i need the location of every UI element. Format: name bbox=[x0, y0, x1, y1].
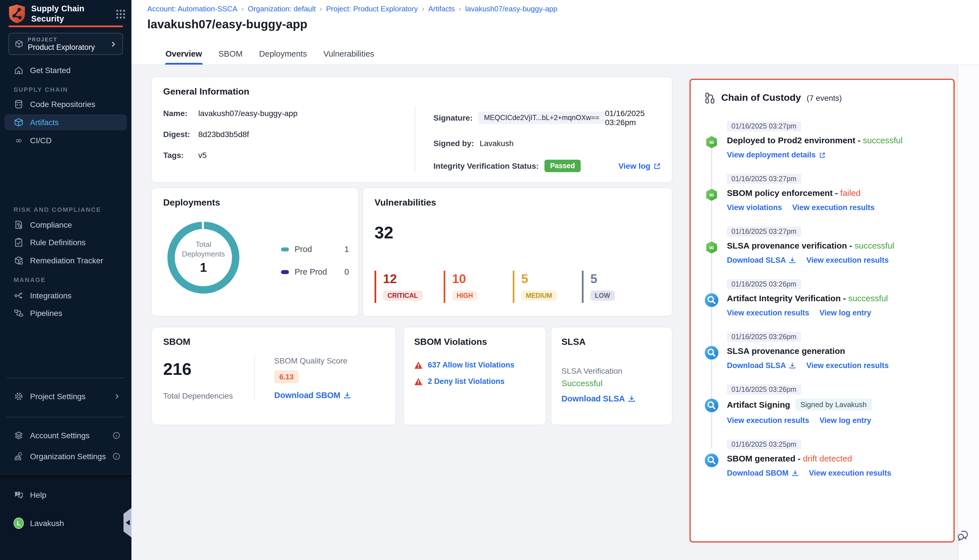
prod-swatch bbox=[281, 247, 289, 251]
app-grid-icon[interactable] bbox=[115, 9, 126, 19]
view-deployment-details-link[interactable]: View deployment details bbox=[727, 151, 825, 159]
sidebar-item-label: Integrations bbox=[30, 291, 72, 300]
tags-value: v5 bbox=[198, 151, 207, 160]
sidebar-item-account-settings[interactable]: Account Settings bbox=[5, 428, 127, 443]
sidebar-item-help[interactable]: ? Help bbox=[5, 487, 127, 503]
tab-bar: Overview SBOM Deployments Vulnerabilitie… bbox=[165, 49, 375, 65]
download-icon bbox=[792, 469, 799, 477]
event-title: SBOM policy enforcement bbox=[727, 188, 832, 198]
card-title: SLSA bbox=[561, 337, 662, 347]
sidebar-item-compliance[interactable]: Compliance bbox=[5, 217, 127, 233]
info-icon bbox=[113, 453, 120, 460]
sidebar-item-integrations[interactable]: Integrations bbox=[5, 288, 127, 303]
section-label-risk: RISK AND COMPLIANCE bbox=[13, 206, 101, 213]
download-icon bbox=[628, 395, 636, 403]
allow-list-violations-link[interactable]: 637 Allow list Violations bbox=[428, 361, 515, 369]
breadcrumb-account[interactable]: Account: Automation-SSCA bbox=[147, 5, 237, 13]
sidebar-item-organization-settings[interactable]: Organization Settings bbox=[5, 448, 127, 464]
tab-sbom[interactable]: SBOM bbox=[218, 49, 243, 65]
view-execution-results-link[interactable]: View execution results bbox=[727, 416, 809, 425]
page-title: lavakush07/easy-buggy-app bbox=[147, 18, 307, 31]
sidebar-item-project-settings[interactable]: Project Settings bbox=[5, 388, 127, 404]
share-nodes-icon bbox=[13, 291, 24, 300]
view-log-link[interactable]: View log bbox=[618, 162, 661, 170]
box-patch-icon bbox=[13, 256, 24, 265]
deployments-donut-chart: Total Deployments 1 bbox=[167, 221, 240, 295]
signature-value[interactable]: MEQCICde2VjIT...bL+2+mqnOXw== bbox=[478, 112, 605, 124]
tab-overview[interactable]: Overview bbox=[165, 49, 202, 65]
tab-vulnerabilities[interactable]: Vulnerabilities bbox=[323, 49, 375, 65]
event-title: Deployed to Prod2 environment bbox=[727, 135, 855, 145]
view-execution-results-link[interactable]: View execution results bbox=[807, 361, 889, 370]
sidebar-item-pipelines[interactable]: Pipelines bbox=[5, 305, 127, 321]
tags-label: Tags: bbox=[163, 151, 198, 160]
download-slsa-link[interactable]: Download SLSA bbox=[727, 256, 796, 265]
sidebar-item-label: Compliance bbox=[30, 220, 72, 229]
sidebar-item-get-started[interactable]: Get Started bbox=[5, 62, 127, 78]
sidebar-user[interactable]: L Lavakush bbox=[5, 515, 127, 531]
layers-icon bbox=[13, 431, 24, 440]
chain-of-custody-panel: Chain of Custody (7 events) ∞ 01/16/2025… bbox=[690, 79, 955, 542]
donut-label: Total Deployments bbox=[178, 240, 229, 259]
view-execution-results-link[interactable]: View execution results bbox=[727, 308, 809, 317]
tab-deployments[interactable]: Deployments bbox=[258, 49, 307, 65]
sidebar-item-label: Account Settings bbox=[30, 431, 90, 440]
download-slsa-link[interactable]: Download SLSA bbox=[561, 394, 636, 403]
general-information-card: General Information Name:lavakush07/easy… bbox=[151, 77, 673, 183]
event-title: SBOM generated bbox=[727, 453, 795, 463]
sidebar-item-label: Code Repositories bbox=[30, 100, 95, 109]
sidebar-item-artifacts[interactable]: Artifacts bbox=[5, 114, 127, 130]
deny-list-violations-link[interactable]: 2 Deny list Violations bbox=[428, 377, 505, 386]
external-link-icon bbox=[819, 152, 825, 158]
project-selector[interactable]: PROJECT Product Exploratory bbox=[8, 33, 123, 55]
sidebar-item-cicd[interactable]: ∞ CI/CD bbox=[5, 132, 127, 148]
signature-label: Signature: bbox=[433, 113, 473, 122]
custody-event: ∞ 01/16/2025 03:27pm SBOM policy enforce… bbox=[704, 173, 940, 212]
breadcrumb-artifacts[interactable]: Artifacts bbox=[428, 5, 455, 13]
project-kicker: PROJECT bbox=[28, 37, 110, 42]
event-timestamp: 01/16/2025 03:26pm bbox=[727, 279, 801, 289]
sidebar-item-remediation-tracker[interactable]: Remediation Tracker bbox=[5, 253, 127, 268]
breadcrumb-project[interactable]: Project: Product Exploratory bbox=[326, 5, 418, 13]
section-label-supply-chain: SUPPLY CHAIN bbox=[13, 86, 68, 93]
card-title: SBOM bbox=[163, 337, 384, 347]
svg-text:∞: ∞ bbox=[709, 191, 714, 199]
signed-by-label: Signed by: bbox=[433, 139, 474, 148]
view-execution-results-link[interactable]: View execution results bbox=[792, 203, 875, 212]
infinity-icon: ∞ bbox=[13, 136, 24, 145]
sbom-total: 216 bbox=[163, 360, 254, 379]
event-status: drift detected bbox=[803, 453, 852, 463]
support-chat-icon[interactable] bbox=[956, 530, 970, 543]
download-icon bbox=[789, 362, 796, 369]
custody-timeline: ∞ 01/16/2025 03:27pm Deployed to Prod2 e… bbox=[704, 121, 940, 477]
event-title: Artifact Signing bbox=[727, 400, 790, 409]
view-log-entry-link[interactable]: View log entry bbox=[820, 308, 871, 317]
project-name: Product Exploratory bbox=[28, 43, 110, 51]
sidebar-item-code-repositories[interactable]: Code Repositories bbox=[5, 96, 127, 112]
deployments-legend: Prod 1 Pre Prod 0 bbox=[281, 245, 349, 290]
sidebar-item-rule-definitions[interactable]: Rule Definitions bbox=[5, 234, 127, 250]
warning-icon bbox=[414, 361, 423, 369]
brand-accent-rule bbox=[8, 25, 123, 27]
event-timestamp: 01/16/2025 03:25pm bbox=[727, 439, 801, 450]
breadcrumb-artifact[interactable]: lavakush07/easy-buggy-app bbox=[465, 5, 557, 13]
doc-search-icon bbox=[13, 220, 24, 229]
user-name: Lavakush bbox=[30, 519, 64, 528]
view-log-entry-link[interactable]: View log entry bbox=[820, 416, 871, 425]
card-title: Deployments bbox=[163, 198, 347, 208]
divider bbox=[7, 378, 125, 378]
view-violations-link[interactable]: View violations bbox=[727, 203, 782, 212]
view-execution-results-link[interactable]: View execution results bbox=[809, 469, 892, 477]
sbom-quality-label: SBOM Quality Score bbox=[274, 356, 384, 365]
view-execution-results-link[interactable]: View execution results bbox=[807, 256, 889, 265]
download-slsa-link[interactable]: Download SLSA bbox=[727, 361, 796, 370]
sbom-card: SBOM 216 Total Dependencies SBOM Quality… bbox=[151, 327, 396, 425]
vulnerabilities-card: Vulnerabilities 32 12 CRITICAL 10 HIGH 5… bbox=[363, 187, 673, 317]
user-avatar: L bbox=[13, 518, 24, 529]
download-sbom-link[interactable]: Download SBOM bbox=[274, 391, 351, 400]
scan-event-icon bbox=[704, 453, 719, 468]
custody-event: 01/16/2025 03:26pm Artifact Signing Sign… bbox=[704, 384, 940, 425]
pipeline-event-icon: ∞ bbox=[704, 135, 719, 150]
breadcrumb-organization[interactable]: Organization: default bbox=[248, 5, 316, 13]
download-sbom-link[interactable]: Download SBOM bbox=[727, 469, 799, 477]
